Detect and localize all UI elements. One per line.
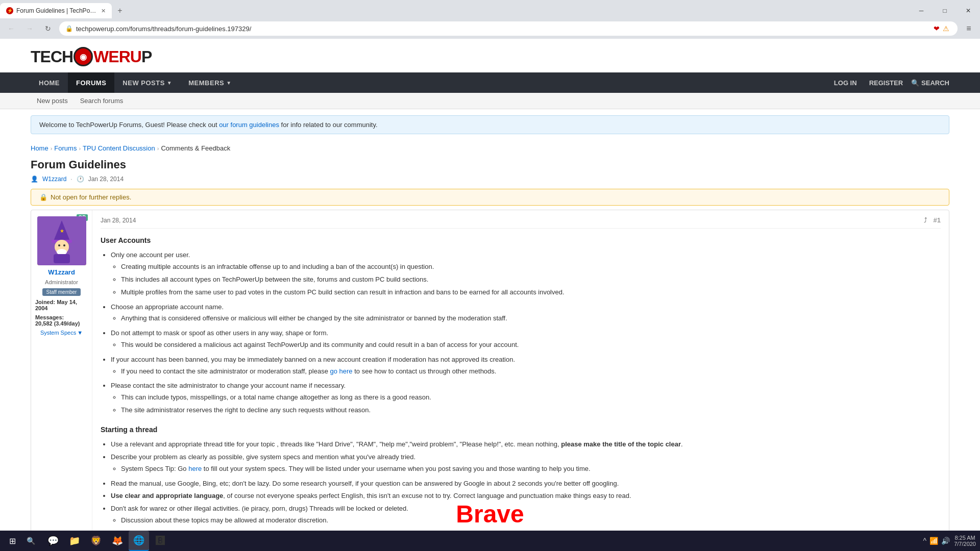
list-item: This includes all account types on TechP…	[121, 274, 941, 285]
new-tab-button[interactable]: +	[114, 5, 126, 17]
breadcrumb-sep-1: ›	[51, 145, 53, 152]
list-item: If you need to contact the site administ…	[121, 366, 941, 377]
list-item: Do not attempt to mask or spoof as other…	[111, 328, 941, 350]
breadcrumb-tpu-content[interactable]: TPU Content Discussion	[83, 144, 155, 152]
meta-separator: ·	[70, 176, 72, 183]
list-item: Read the manual, use Google, Bing, etc; …	[111, 479, 941, 489]
taskbar: ⊞ 🔍 💬 📁 🦁 🦊 🌐 🅱 ^ 📶 🔊 8:25 AM 7/7/2020	[0, 531, 980, 551]
list-item: Multiple profiles from the same user to …	[121, 287, 941, 298]
minimize-button[interactable]: ─	[910, 2, 933, 20]
tray-show-icons[interactable]: ^	[923, 537, 927, 545]
svg-point-5	[63, 244, 65, 246]
maximize-button[interactable]: □	[933, 2, 957, 20]
nav-home[interactable]: HOME	[31, 72, 68, 93]
user-sidebar: OP	[31, 210, 92, 551]
locked-notice: 🔒 Not open for further replies.	[31, 189, 949, 206]
main-navigation: HOME FORUMS NEW POSTS ▼ MEMBERS ▼ LOG IN…	[0, 72, 980, 93]
list-item: The site administrator reserves the righ…	[121, 405, 941, 416]
taskbar-search-button[interactable]: 🔍	[22, 533, 39, 549]
taskbar-icon-explorer[interactable]: 📁	[64, 531, 85, 551]
sub-nav-new-posts[interactable]: New posts	[31, 93, 74, 109]
search-nav-icon: 🔍	[911, 79, 919, 87]
site-logo[interactable]: TECH ◉ WERU P	[31, 47, 980, 66]
svg-text:★: ★	[60, 228, 64, 234]
breadcrumb-sep-2: ›	[79, 145, 81, 152]
reload-button[interactable]: ↻	[41, 21, 55, 36]
taskbar-icon-edge[interactable]: 🌐	[129, 531, 149, 551]
register-button[interactable]: REGISTER	[865, 79, 907, 87]
taskbar-icon-browser2[interactable]: 🅱	[150, 531, 170, 551]
nav-new-posts[interactable]: NEW POSTS ▼	[114, 72, 180, 93]
list-item: Please contact the site administrator to…	[111, 381, 941, 415]
sub-list: This would be considered a malicious act…	[121, 340, 941, 350]
user-meta-icon: 👤	[31, 176, 38, 183]
site-wrapper: TECH ◉ WERU P HOME FORUMS NEW POSTS ▼ ME…	[0, 39, 980, 551]
nav-forums[interactable]: FORUMS	[68, 72, 114, 93]
page-title: Forum Guidelines	[31, 158, 949, 171]
sub-navigation: New posts Search forums	[0, 93, 980, 109]
url-text: techpowerup.com/forums/threads/forum-gui…	[76, 25, 930, 33]
address-input[interactable]: 🔒 techpowerup.com/forums/threads/forum-g…	[59, 21, 958, 36]
taskbar-icon-brave[interactable]: 🦁	[86, 531, 106, 551]
breadcrumb-forums[interactable]: Forums	[54, 144, 77, 152]
site-header: TECH ◉ WERU P	[0, 39, 980, 72]
list-item: This would be considered a malicious act…	[121, 340, 941, 350]
sub-nav-search-forums[interactable]: Search forums	[74, 93, 130, 109]
start-button[interactable]: ⊞	[4, 533, 20, 549]
list-item: Use clear and appropriate language, of c…	[111, 491, 941, 502]
user-accounts-section: User Accounts Only one account per user.…	[101, 235, 941, 416]
active-tab[interactable]: ⚡ Forum Guidelines | TechPowerUp Forums …	[0, 3, 112, 18]
search-nav-button[interactable]: 🔍 SEARCH	[911, 79, 949, 87]
breadcrumb-home[interactable]: Home	[31, 144, 48, 152]
tab-bar: ⚡ Forum Guidelines | TechPowerUp Forums …	[0, 0, 980, 18]
list-item: This can include typos, misspellings, or…	[121, 392, 941, 403]
taskbar-icon-firefox[interactable]: 🦊	[107, 531, 128, 551]
page-title-section: Forum Guidelines	[0, 156, 980, 173]
back-button[interactable]: ←	[4, 21, 18, 36]
locked-text: Not open for further replies.	[51, 193, 131, 201]
clock-icon: 🕐	[77, 176, 84, 183]
post-author-link[interactable]: W1zzard	[42, 176, 66, 183]
tab-close-button[interactable]: ✕	[101, 8, 106, 14]
go-here-link[interactable]: go here	[330, 367, 353, 375]
volume-icon[interactable]: 🔊	[941, 537, 950, 545]
post-date: Jan 28, 2014	[88, 176, 124, 183]
close-button[interactable]: ✕	[957, 2, 980, 20]
user-joined: Joined: May 14, 2004	[35, 299, 88, 311]
new-posts-arrow-icon: ▼	[167, 80, 172, 86]
login-button[interactable]: LOG IN	[830, 79, 861, 87]
taskbar-clock[interactable]: 8:25 AM 7/7/2020	[954, 535, 976, 547]
sub-list: System Specs Tip: Go here to fill out yo…	[121, 464, 941, 474]
post-header: Jan 28, 2014 ⤴ #1	[101, 216, 941, 229]
user-role: Administrator	[45, 279, 78, 285]
logo-circle-icon: ◉	[74, 47, 93, 66]
breadcrumb-sep-3: ›	[157, 145, 159, 152]
address-bar: ← → ↻ 🔒 techpowerup.com/forums/threads/f…	[0, 18, 980, 39]
network-icon[interactable]: 📶	[929, 537, 938, 545]
nav-members[interactable]: MEMBERS ▼	[180, 72, 239, 93]
tab-title: Forum Guidelines | TechPowerUp Forums	[16, 7, 98, 14]
system-specs-link[interactable]: System Specs ▼	[40, 330, 83, 336]
list-item: Choose an appropriate account name. Anyt…	[111, 302, 941, 324]
user-messages: Messages: 20,582 (3.49/day)	[35, 314, 88, 327]
address-bar-icons: ❤ ⚠	[934, 24, 951, 33]
browser-menu-button[interactable]: ≡	[962, 21, 976, 36]
here-link[interactable]: here	[188, 465, 202, 472]
sub-list: This can include typos, misspellings, or…	[121, 392, 941, 416]
username[interactable]: W1zzard	[48, 268, 75, 276]
brave-watermark: Brave	[456, 500, 524, 528]
user-badge: Staff member	[42, 288, 81, 296]
chevron-down-icon: ▼	[77, 330, 83, 336]
breadcrumb: Home › Forums › TPU Content Discussion ›…	[0, 140, 980, 156]
list-item: Creating multiple accounts is an infract…	[121, 262, 941, 272]
share-button[interactable]: ⤴	[924, 216, 927, 224]
svg-rect-7	[54, 254, 70, 263]
taskbar-icon-cortana[interactable]: 💬	[43, 531, 63, 551]
list-item: System Specs Tip: Go here to fill out yo…	[121, 464, 941, 474]
forum-guidelines-link[interactable]: our forum guidelines	[219, 121, 279, 129]
svg-point-4	[58, 244, 60, 246]
forward-button[interactable]: →	[22, 21, 37, 36]
post-meta: 👤 W1zzard · 🕐 Jan 28, 2014	[0, 173, 980, 185]
taskbar-tray: ^ 📶 🔊	[923, 537, 952, 545]
list-item: Describe your problem as clearly as poss…	[111, 452, 941, 474]
